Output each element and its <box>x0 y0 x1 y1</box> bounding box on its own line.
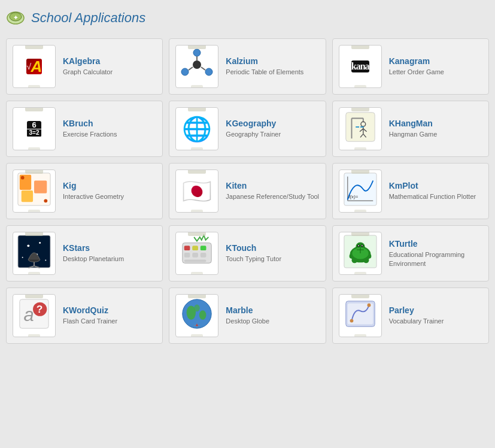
kig-icon-wrapper <box>13 169 56 213</box>
svg-point-78 <box>350 319 353 323</box>
kalgebra-info: KAlgebra Graph Calculator <box>63 56 156 76</box>
svg-point-36 <box>22 257 23 258</box>
marble-description: Desktop Globe <box>226 317 319 325</box>
marble-icon-wrapper <box>175 294 218 337</box>
kstars-icon-wrapper <box>13 232 56 275</box>
kturtle-info: KTurtle Educational Programming Environm… <box>389 239 482 268</box>
svg-text:f(x)=: f(x)= <box>348 194 358 199</box>
kstars-icon <box>17 234 51 273</box>
kwordquiz-description: Flash Card Trainer <box>63 317 156 325</box>
kalgebra-name: KAlgebra <box>63 56 156 66</box>
app-card-kgeography[interactable]: 🌐 KGeography Geography Trainer <box>169 101 326 157</box>
svg-point-3 <box>193 60 201 69</box>
kalzium-description: Periodic Table of Elements <box>226 68 319 76</box>
app-card-kbruch[interactable]: 6 3=2 KBruch Exercise Fractions <box>6 101 163 157</box>
svg-point-70 <box>199 310 206 319</box>
khangman-icon <box>343 110 378 148</box>
khangman-icon-wrapper <box>339 107 382 150</box>
kmplot-info: KmPlot Mathematical Function Plotter <box>389 181 482 201</box>
svg-point-33 <box>27 244 29 247</box>
app-card-kmplot[interactable]: f(x)= KmPlot Mathematical Function Plott… <box>332 163 489 219</box>
kturtle-icon-wrapper <box>339 232 382 275</box>
kturtle-icon <box>343 234 378 273</box>
kwordquiz-icon: a ? <box>17 296 51 335</box>
marble-icon <box>180 296 214 335</box>
kgeography-info: KGeography Geography Trainer <box>226 119 319 138</box>
khangman-description: Hangman Game <box>389 130 482 138</box>
svg-rect-45 <box>201 246 206 250</box>
kbruch-icon-wrapper: 6 3=2 <box>13 107 56 150</box>
kmplot-description: Mathematical Function Plotter <box>389 192 482 201</box>
kgeography-description: Geography Trainer <box>226 130 319 138</box>
svg-rect-43 <box>184 246 190 250</box>
kturtle-name: KTurtle <box>389 239 482 249</box>
svg-line-9 <box>189 67 193 70</box>
svg-rect-48 <box>201 253 206 258</box>
app-card-marble[interactable]: Marble Desktop Globe <box>169 287 326 344</box>
header-icon: ✦ <box>6 8 25 28</box>
khangman-info: KHangMan Hangman Game <box>389 119 482 138</box>
app-card-kanagram[interactable]: kana Kanagram Letter Order Game <box>332 38 489 95</box>
svg-text:✦: ✦ <box>13 14 19 21</box>
svg-point-5 <box>205 68 212 75</box>
svg-rect-24 <box>22 190 33 202</box>
kalzium-icon-wrapper <box>175 45 218 88</box>
svg-rect-47 <box>193 253 199 258</box>
kig-info: Kig Interactive Geometry <box>63 181 156 201</box>
kbruch-info: KBruch Exercise Fractions <box>63 119 156 138</box>
svg-text:?: ? <box>37 303 43 315</box>
svg-text:a: a <box>24 304 34 325</box>
kmplot-icon-wrapper: f(x)= <box>339 169 382 213</box>
kgeography-name: KGeography <box>226 119 319 128</box>
kanagram-icon: kana <box>351 60 369 72</box>
marble-name: Marble <box>226 305 319 315</box>
kmplot-icon: f(x)= <box>343 172 378 210</box>
kanagram-info: Kanagram Letter Order Game <box>389 56 482 76</box>
kig-description: Interactive Geometry <box>63 192 156 201</box>
ktouch-description: Touch Typing Tutor <box>226 255 319 263</box>
kwordquiz-info: KWordQuiz Flash Card Trainer <box>63 305 156 325</box>
svg-rect-49 <box>184 260 206 262</box>
app-card-kiten[interactable]: 🇯🇵 Kiten Japanese Reference/Study Tool <box>169 163 326 219</box>
svg-point-4 <box>193 49 201 56</box>
app-card-kig[interactable]: Kig Interactive Geometry <box>6 163 163 219</box>
svg-point-27 <box>44 199 47 202</box>
parley-description: Vocabulary Trainer <box>389 317 482 325</box>
kstars-description: Desktop Planetarium <box>63 255 156 263</box>
svg-point-26 <box>21 176 25 180</box>
svg-point-79 <box>367 304 371 307</box>
kalgebra-description: Graph Calculator <box>63 68 156 76</box>
app-card-khangman[interactable]: KHangMan Hangman Game <box>332 101 489 157</box>
kiten-info: Kiten Japanese Reference/Study Tool <box>226 181 319 201</box>
ktouch-icon <box>180 234 214 273</box>
ktouch-icon-wrapper <box>175 232 218 275</box>
page-title: School Applications <box>31 10 145 26</box>
kanagram-description: Letter Order Game <box>389 68 482 76</box>
kalgebra-icon: √A <box>26 59 42 74</box>
kgeography-icon-wrapper: 🌐 <box>175 107 218 150</box>
kstars-name: KStars <box>63 243 156 253</box>
app-card-ktouch[interactable]: KTouch Touch Typing Tutor <box>169 225 326 281</box>
app-card-kturtle[interactable]: KTurtle Educational Programming Environm… <box>332 225 489 281</box>
app-card-kalgebra[interactable]: √A KAlgebra Graph Calculator <box>6 38 163 95</box>
kbruch-icon: 6 3=2 <box>27 121 42 137</box>
svg-point-62 <box>358 245 359 246</box>
app-card-kwordquiz[interactable]: a ? KWordQuiz Flash Card Trainer <box>6 287 163 344</box>
kiten-description: Japanese Reference/Study Tool <box>226 192 319 201</box>
marble-info: Marble Desktop Globe <box>226 305 319 325</box>
kbruch-name: KBruch <box>63 119 156 128</box>
kwordquiz-icon-wrapper: a ? <box>13 294 56 337</box>
app-card-parley[interactable]: Parley Vocabulary Trainer <box>332 287 489 344</box>
svg-point-63 <box>362 245 363 246</box>
kturtle-description: Educational Programming Environment <box>389 250 482 268</box>
kalzium-name: Kalzium <box>226 56 319 66</box>
parley-info: Parley Vocabulary Trainer <box>389 305 482 325</box>
svg-rect-25 <box>34 181 47 193</box>
app-card-kstars[interactable]: KStars Desktop Planetarium <box>6 225 163 281</box>
app-card-kalzium[interactable]: Kalzium Periodic Table of Elements <box>169 38 326 95</box>
parley-icon <box>343 296 378 335</box>
svg-point-37 <box>45 260 46 261</box>
svg-line-8 <box>201 67 205 70</box>
kstars-info: KStars Desktop Planetarium <box>63 243 156 263</box>
kalzium-info: Kalzium Periodic Table of Elements <box>226 56 319 76</box>
